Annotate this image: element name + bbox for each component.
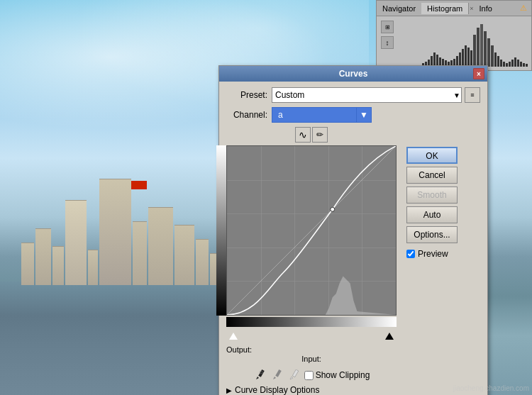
svg-rect-16 bbox=[467, 48, 470, 67]
svg-rect-27 bbox=[503, 62, 505, 67]
svg-marker-40 bbox=[273, 377, 276, 379]
curve-graph-wrapper bbox=[226, 145, 397, 340]
show-clipping-label: Show Clipping bbox=[316, 370, 370, 380]
svg-rect-41 bbox=[292, 369, 298, 377]
input-label-row: Input: bbox=[226, 354, 397, 364]
preset-row: Preset: Custom ▼ ≡ bbox=[226, 87, 480, 103]
reference-line bbox=[227, 146, 396, 315]
preset-label: Preset: bbox=[226, 90, 267, 100]
svg-rect-24 bbox=[494, 52, 497, 67]
navigator-panel: Navigator Histogram × Info ⚠ ⊞ ↕ bbox=[376, 0, 532, 71]
black-point-slider[interactable] bbox=[385, 333, 394, 340]
histogram-bg bbox=[326, 276, 396, 315]
channel-dropdown-button[interactable]: ▼ bbox=[356, 107, 372, 123]
svg-rect-30 bbox=[511, 60, 514, 67]
svg-rect-23 bbox=[491, 45, 494, 67]
curves-dialog: Curves × Preset: Custom ▼ ≡ Channel: a ▼ bbox=[218, 65, 488, 395]
pencil-tool-button[interactable]: ✏ bbox=[312, 127, 328, 143]
preview-row: Preview bbox=[406, 249, 458, 259]
svg-rect-39 bbox=[275, 369, 281, 377]
preset-menu-button[interactable]: ≡ bbox=[465, 87, 480, 103]
channel-row: Channel: a ▼ bbox=[226, 107, 480, 123]
tab-histogram[interactable]: Histogram bbox=[421, 3, 469, 14]
y-gradient-bar bbox=[216, 145, 226, 316]
curves-main: ∿ ✏ bbox=[226, 127, 480, 382]
curve-graph[interactable] bbox=[226, 145, 397, 316]
building bbox=[35, 228, 51, 285]
black-eyedropper-button[interactable] bbox=[253, 368, 267, 382]
svg-rect-26 bbox=[500, 60, 502, 67]
dialog-close-button[interactable]: × bbox=[473, 68, 484, 79]
dialog-title: Curves bbox=[339, 69, 368, 79]
histogram-chart bbox=[422, 21, 528, 67]
y-gradient bbox=[216, 145, 226, 316]
show-clipping-checkbox[interactable] bbox=[304, 371, 314, 380]
svg-marker-42 bbox=[290, 377, 293, 379]
gray-eyedropper-button[interactable] bbox=[270, 368, 284, 382]
gray-eyedropper-icon bbox=[272, 369, 283, 381]
options-button[interactable]: Options... bbox=[406, 226, 458, 243]
preview-checkbox[interactable] bbox=[406, 250, 415, 258]
curve-display-options-label: Curve Display Options bbox=[235, 385, 319, 395]
svg-rect-28 bbox=[506, 63, 508, 67]
building bbox=[65, 200, 87, 285]
preset-select-wrapper: Custom ▼ bbox=[272, 87, 462, 103]
svg-rect-4 bbox=[433, 52, 436, 67]
channel-select-group: a ▼ bbox=[272, 107, 372, 123]
white-eyedropper-icon bbox=[289, 369, 300, 381]
smooth-button[interactable]: Smooth bbox=[406, 187, 458, 204]
watermark: jiaocheng.chazdien.com bbox=[453, 384, 529, 392]
building bbox=[99, 179, 131, 285]
curve-tools: ∿ ✏ bbox=[295, 127, 328, 143]
input-label: Input: bbox=[301, 355, 321, 363]
auto-button[interactable]: Auto bbox=[406, 206, 458, 223]
building bbox=[148, 207, 173, 285]
red-banner bbox=[131, 181, 147, 189]
dialog-body: Preset: Custom ▼ ≡ Channel: a ▼ ∿ bbox=[219, 82, 487, 395]
tab-navigator[interactable]: Navigator bbox=[377, 3, 421, 14]
zoom-icon[interactable]: ⊞ bbox=[381, 21, 394, 33]
collapse-arrow-icon: ▶ bbox=[226, 386, 232, 394]
dialog-buttons: OK Cancel Smooth Auto Options... Preview bbox=[406, 127, 458, 382]
black-eyedropper-icon bbox=[255, 369, 266, 381]
svg-rect-22 bbox=[487, 38, 490, 67]
channel-label: Channel: bbox=[226, 110, 267, 120]
svg-rect-18 bbox=[473, 35, 476, 67]
cancel-button[interactable]: Cancel bbox=[406, 167, 458, 184]
svg-rect-33 bbox=[520, 62, 522, 67]
building bbox=[88, 250, 98, 285]
x-gradient-bar bbox=[226, 317, 397, 327]
tab-info[interactable]: Info bbox=[473, 3, 497, 14]
building bbox=[21, 243, 34, 285]
warning-icon: ⚠ bbox=[520, 4, 527, 13]
white-eyedropper-button[interactable] bbox=[287, 368, 301, 382]
building bbox=[174, 225, 194, 285]
svg-rect-19 bbox=[477, 28, 480, 67]
svg-rect-25 bbox=[497, 56, 499, 67]
channel-value[interactable]: a bbox=[272, 107, 357, 123]
svg-rect-21 bbox=[484, 31, 487, 67]
svg-rect-32 bbox=[517, 60, 519, 67]
svg-rect-13 bbox=[459, 52, 461, 67]
svg-rect-17 bbox=[470, 50, 472, 67]
rotate-icon[interactable]: ↕ bbox=[381, 36, 394, 49]
navigator-tabs: Navigator Histogram × Info ⚠ bbox=[377, 1, 531, 16]
svg-rect-20 bbox=[480, 24, 483, 67]
curve-tool-button[interactable]: ∿ bbox=[295, 127, 311, 143]
slider-area bbox=[226, 328, 397, 340]
svg-rect-35 bbox=[526, 64, 528, 67]
white-point-slider[interactable] bbox=[229, 333, 238, 340]
control-point[interactable] bbox=[331, 207, 335, 211]
building bbox=[52, 246, 64, 285]
dialog-titlebar: Curves × bbox=[219, 66, 487, 82]
eyedropper-row: Show Clipping bbox=[253, 368, 370, 382]
nav-icons: ⊞ ↕ bbox=[378, 18, 397, 52]
curves-left: ∿ ✏ bbox=[226, 127, 397, 382]
curve-display-options[interactable]: ▶ Curve Display Options bbox=[226, 382, 480, 395]
preset-select[interactable]: Custom bbox=[272, 87, 462, 103]
building bbox=[196, 239, 209, 285]
svg-rect-36 bbox=[258, 369, 264, 377]
ok-button[interactable]: OK bbox=[406, 147, 458, 164]
output-label: Output: bbox=[226, 345, 252, 354]
histogram-content bbox=[377, 16, 531, 69]
